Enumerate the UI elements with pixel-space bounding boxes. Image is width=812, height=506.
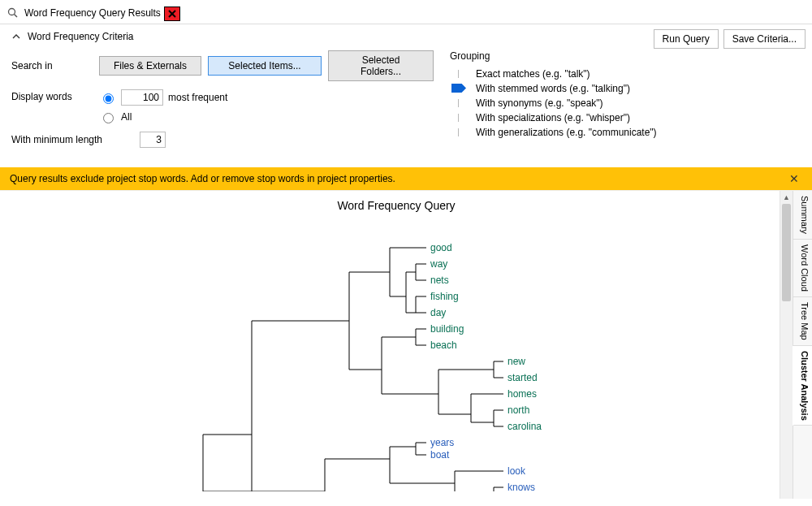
leaf-building[interactable]: building [430, 323, 464, 335]
scroll-up-arrow-icon[interactable]: ▲ [780, 191, 793, 204]
leaf-boat[interactable]: boat [430, 449, 449, 461]
search-in-label: Search in [11, 60, 93, 71]
tab-cluster-analysis[interactable]: Cluster Analysis [793, 346, 812, 426]
grouping-option-generalizations[interactable]: With generalizations (e.g. "communicate"… [450, 125, 801, 140]
search-icon [6, 6, 19, 19]
tab-word-cloud[interactable]: Word Cloud [793, 240, 812, 297]
selected-folders-button[interactable]: Selected Folders... [328, 50, 434, 81]
grouping-option-label: With synonyms (e.g. "speak") [476, 97, 603, 109]
leaf-way[interactable]: way [430, 258, 447, 270]
leaf-knows[interactable]: knows [508, 482, 535, 493]
tab-title: Word Frequency Query Results [24, 7, 161, 19]
grouping-option-stemmed[interactable]: With stemmed words (e.g. "talking") [450, 81, 801, 96]
most-frequent-label: most frequent [168, 92, 227, 103]
min-length-input[interactable] [140, 132, 166, 148]
notice-text: Query results exclude project stop words… [10, 173, 395, 184]
dendrogram: good way nets fishing day building beach… [0, 215, 793, 491]
leaf-good[interactable]: good [430, 242, 452, 253]
save-criteria-button[interactable]: Save Criteria... [723, 29, 806, 49]
most-frequent-radio[interactable] [103, 93, 114, 104]
leaf-new[interactable]: new [508, 356, 525, 367]
selected-items-button[interactable]: Selected Items... [208, 56, 322, 76]
grouping-option-synonyms[interactable]: With synonyms (e.g. "speak") [450, 96, 801, 110]
tab-tree-map[interactable]: Tree Map [793, 297, 812, 346]
leaf-carolina[interactable]: carolina [508, 421, 542, 432]
all-label: All [121, 111, 132, 123]
grouping-slider[interactable]: Exact matches (e.g. "talk") With stemmed… [450, 67, 801, 140]
svg-point-0 [9, 9, 15, 15]
leaf-look[interactable]: look [508, 465, 525, 477]
grouping-option-label: With stemmed words (e.g. "talking") [476, 83, 630, 94]
slider-thumb-icon[interactable] [451, 84, 466, 93]
leaf-started[interactable]: started [508, 372, 538, 383]
close-tab-button[interactable] [164, 6, 180, 21]
leaf-day[interactable]: day [430, 307, 446, 318]
leaf-need[interactable]: need [508, 498, 529, 499]
leaf-years[interactable]: years [430, 437, 454, 448]
tab-summary[interactable]: Summary [793, 191, 812, 240]
result-canvas: Word Frequency Query [0, 191, 793, 499]
grouping-option-exact[interactable]: Exact matches (e.g. "talk") [450, 67, 801, 81]
notice-close-button[interactable]: ✕ [786, 172, 802, 185]
most-frequent-count-input[interactable] [121, 89, 163, 106]
tab-bar: Word Frequency Query Results [0, 0, 812, 24]
chevron-up-icon [11, 32, 21, 41]
grouping-option-label: Exact matches (e.g. "talk") [476, 68, 590, 80]
side-tabs: Summary Word Cloud Tree Map Cluster Anal… [793, 191, 812, 499]
grouping-option-label: With specializations (e.g. "whisper") [476, 112, 630, 123]
notice-bar: Query results exclude project stop words… [0, 167, 812, 190]
scrollbar-thumb[interactable] [782, 204, 791, 301]
results-area: Word Frequency Query [0, 190, 812, 499]
chart-title: Word Frequency Query [0, 191, 793, 215]
leaf-beach[interactable]: beach [430, 339, 457, 351]
vertical-scrollbar[interactable]: ▲ [780, 191, 793, 499]
leaf-north[interactable]: north [508, 404, 529, 416]
svg-line-1 [15, 15, 18, 18]
display-words-label: Display words [11, 89, 93, 102]
document-tab[interactable]: Word Frequency Query Results [5, 3, 161, 24]
dendrogram-svg [0, 215, 568, 491]
leaf-nets[interactable]: nets [430, 275, 449, 286]
panel-title: Word Frequency Criteria [28, 31, 134, 42]
grouping-label: Grouping [450, 50, 801, 62]
run-query-button[interactable]: Run Query [654, 29, 719, 49]
min-length-label: With minimum length [11, 134, 133, 145]
all-radio[interactable] [103, 113, 114, 123]
leaf-fishing[interactable]: fishing [430, 291, 459, 302]
criteria-panel: Run Query Save Criteria... Word Frequenc… [0, 24, 812, 167]
grouping-option-label: With generalizations (e.g. "communicate"… [476, 127, 657, 138]
leaf-homes[interactable]: homes [508, 388, 537, 400]
files-externals-button[interactable]: Files & Externals [99, 56, 201, 76]
grouping-option-specializations[interactable]: With specializations (e.g. "whisper") [450, 110, 801, 125]
